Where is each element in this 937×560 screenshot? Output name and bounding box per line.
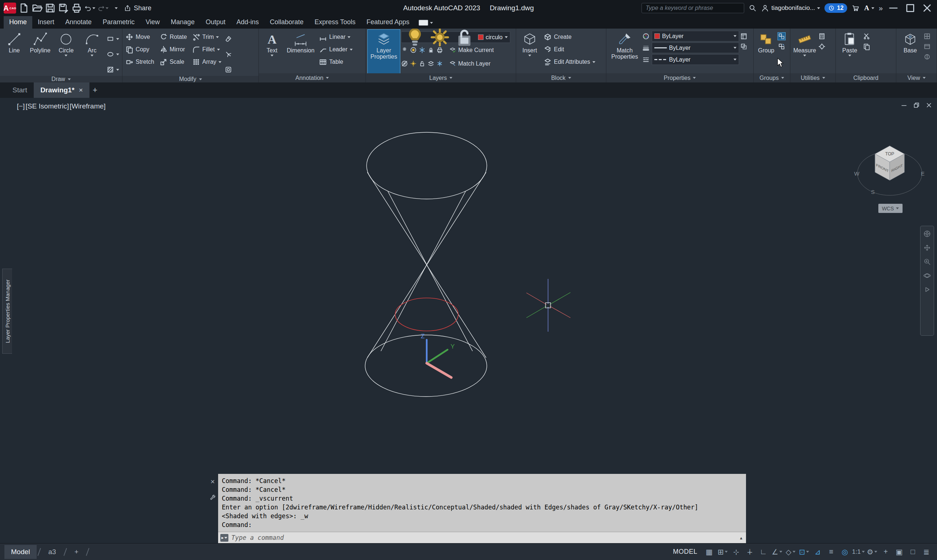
viewport-config-icon[interactable] xyxy=(923,32,931,40)
redo-button[interactable] xyxy=(97,3,109,14)
layer-isolate-icon[interactable] xyxy=(410,46,417,54)
linear-dimension-button[interactable]: Linear xyxy=(318,31,354,43)
transparency-icon[interactable] xyxy=(740,43,748,50)
toolbar-overflow-icon[interactable]: » xyxy=(879,4,883,12)
edit-block-button[interactable]: Edit xyxy=(543,43,597,56)
tab-insert[interactable]: Insert xyxy=(32,16,60,29)
panel-label-view[interactable]: View xyxy=(896,73,937,83)
object-snap-tracking-toggle[interactable]: ⊿ xyxy=(811,546,824,558)
cart-icon[interactable] xyxy=(852,4,860,12)
visual-styles-icon[interactable] xyxy=(923,53,931,60)
copy-clip-icon[interactable] xyxy=(863,43,870,50)
command-close-icon[interactable]: × xyxy=(211,477,215,486)
snap-mode-toggle[interactable]: ⊞ xyxy=(716,546,729,558)
rectangle-button[interactable] xyxy=(106,32,120,45)
recent-commands-button[interactable]: ▸ xyxy=(220,534,228,542)
layer-freeze-icon[interactable] xyxy=(418,46,426,54)
layer-unlock-all-icon[interactable] xyxy=(418,60,426,67)
cut-icon[interactable] xyxy=(863,32,870,40)
tab-parametric[interactable]: Parametric xyxy=(97,16,140,29)
tab-featured-apps[interactable]: Featured Apps xyxy=(361,16,415,29)
measure-button[interactable]: Measure xyxy=(792,30,817,73)
viewport-view-menu[interactable]: [SE Isometric] xyxy=(26,102,69,110)
tab-view[interactable]: View xyxy=(140,16,165,29)
panel-label-groups[interactable]: Groups xyxy=(754,73,790,83)
save-as-button[interactable] xyxy=(58,3,69,14)
new-drawing-button[interactable] xyxy=(18,3,29,14)
text-button[interactable]: A Text xyxy=(261,30,283,73)
panel-label-modify[interactable]: Modify xyxy=(122,76,258,83)
layer-unisolate-icon[interactable] xyxy=(401,60,408,67)
wcs-dropdown[interactable]: WCS xyxy=(879,204,903,213)
customization-button[interactable]: ≣ xyxy=(920,546,932,558)
layer-properties-manager-palette-tab[interactable]: Layer Properties Manager xyxy=(2,269,12,354)
panel-label-draw[interactable]: Draw xyxy=(0,76,122,83)
layer-thaw-all-icon[interactable] xyxy=(410,60,417,67)
drawing-area[interactable]: Z Y TOP FRONT RIGHT W S E [−] [ xyxy=(0,98,937,543)
tab-addins[interactable]: Add-ins xyxy=(231,16,264,29)
share-button[interactable]: Share xyxy=(124,3,151,14)
search-icon[interactable] xyxy=(749,4,757,12)
viewport-controls-menu[interactable]: [−] xyxy=(17,102,25,110)
pan-icon[interactable] xyxy=(923,244,931,252)
viewport-close-icon[interactable] xyxy=(925,102,932,109)
hardware-acceleration-toggle[interactable]: □ xyxy=(906,546,919,558)
new-drawing-tab-button[interactable]: + xyxy=(89,83,100,98)
layer-off-icon[interactable] xyxy=(401,46,408,54)
panel-label-layers[interactable]: Layers xyxy=(366,73,516,83)
offset-button[interactable] xyxy=(224,63,233,76)
create-block-button[interactable]: Create xyxy=(543,31,597,43)
layer-walk-icon[interactable] xyxy=(428,60,434,67)
tab-collaborate[interactable]: Collaborate xyxy=(264,16,309,29)
isolate-objects-button[interactable]: ▣ xyxy=(893,546,905,558)
annotation-scale-button[interactable]: 1:1 xyxy=(852,546,865,558)
match-layer-button[interactable]: Match Layer xyxy=(448,57,492,70)
zoom-icon[interactable] xyxy=(923,258,931,266)
insert-block-button[interactable]: Insert xyxy=(518,30,542,73)
rotate-button[interactable]: Rotate xyxy=(158,31,188,43)
autodesk-app-menu[interactable]: A xyxy=(864,4,874,12)
navigation-bar[interactable] xyxy=(920,226,934,336)
layer-plot-icon[interactable] xyxy=(436,46,443,54)
panel-label-block[interactable]: Block xyxy=(516,73,606,83)
plot-button[interactable] xyxy=(71,3,82,14)
named-views-icon[interactable] xyxy=(923,43,931,50)
autocad-logo-icon[interactable]: A CAD xyxy=(4,3,16,14)
search-input[interactable] xyxy=(642,3,744,13)
ortho-toggle[interactable]: ∟ xyxy=(757,546,769,558)
command-input[interactable] xyxy=(231,534,737,541)
grid-toggle[interactable]: ▦ xyxy=(703,546,715,558)
copy-button[interactable]: Copy xyxy=(124,43,155,56)
viewport-visual-style-menu[interactable]: [Wireframe] xyxy=(70,102,106,110)
steering-wheel-icon[interactable] xyxy=(923,230,931,238)
file-tab-drawing1[interactable]: Drawing1* × xyxy=(34,83,89,98)
layer-freeze-other-icon[interactable] xyxy=(436,60,443,67)
panel-label-clipboard[interactable]: Clipboard xyxy=(836,73,896,83)
annotation-autoscale-toggle[interactable]: + xyxy=(879,546,892,558)
layer-select-dropdown-icon[interactable] xyxy=(505,36,508,38)
new-layout-button[interactable]: + xyxy=(68,545,85,559)
command-history[interactable]: Command: *Cancel* Command: *Cancel* Comm… xyxy=(218,474,746,532)
qat-customize-button[interactable] xyxy=(111,3,122,14)
layer-select[interactable]: circulo xyxy=(401,32,510,43)
properties-palette-icon[interactable] xyxy=(740,32,748,40)
selection-cycling-toggle[interactable]: ◎ xyxy=(839,546,851,558)
ellipse-button[interactable] xyxy=(106,48,120,60)
open-button[interactable] xyxy=(32,3,43,14)
mirror-button[interactable]: Mirror xyxy=(158,43,188,56)
quick-calculator-icon[interactable] xyxy=(818,32,826,40)
object-color-select[interactable]: ByLayer xyxy=(652,31,739,42)
redo-dropdown-icon[interactable] xyxy=(106,7,109,9)
tab-manage[interactable]: Manage xyxy=(165,16,200,29)
ribbon-display-toggle[interactable] xyxy=(418,20,433,29)
command-scroll-up-icon[interactable]: ▴ xyxy=(740,535,744,541)
linetype-select[interactable]: ByLayer xyxy=(652,54,739,65)
dimension-button[interactable]: Dimension xyxy=(285,30,317,73)
ungroup-icon[interactable] xyxy=(778,32,785,40)
undo-button[interactable] xyxy=(84,3,95,14)
move-button[interactable]: Move xyxy=(124,31,155,43)
base-view-button[interactable]: Base xyxy=(898,30,922,73)
scale-button[interactable]: Scale xyxy=(158,56,188,68)
explode-button[interactable] xyxy=(224,48,233,60)
polyline-button[interactable]: Polyline xyxy=(28,30,53,76)
